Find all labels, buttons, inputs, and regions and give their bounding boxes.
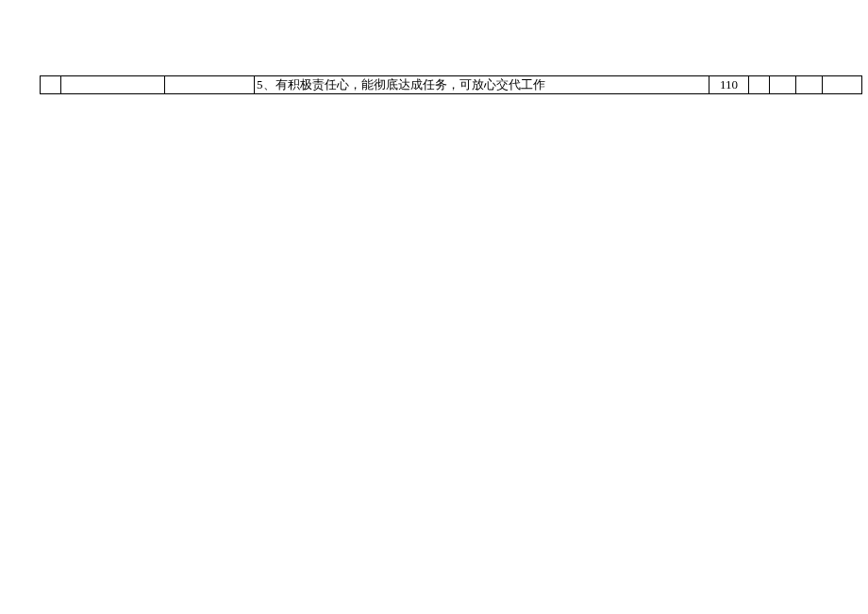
table-row: 5、有积极责任心，能彻底达成任务，可放心交代工作 110	[41, 76, 862, 94]
cell-description: 5、有积极责任心，能彻底达成任务，可放心交代工作	[255, 76, 709, 94]
cell-col7	[770, 76, 796, 94]
cell-col6	[749, 76, 770, 94]
evaluation-table-fragment: 5、有积极责任心，能彻底达成任务，可放心交代工作 110	[40, 75, 828, 94]
cell-score: 110	[709, 76, 749, 94]
cell-col3	[165, 76, 255, 94]
cell-col2	[61, 76, 165, 94]
cell-col9	[823, 76, 862, 94]
cell-col1	[41, 76, 61, 94]
cell-col8	[796, 76, 823, 94]
evaluation-table: 5、有积极责任心，能彻底达成任务，可放心交代工作 110	[40, 75, 862, 94]
